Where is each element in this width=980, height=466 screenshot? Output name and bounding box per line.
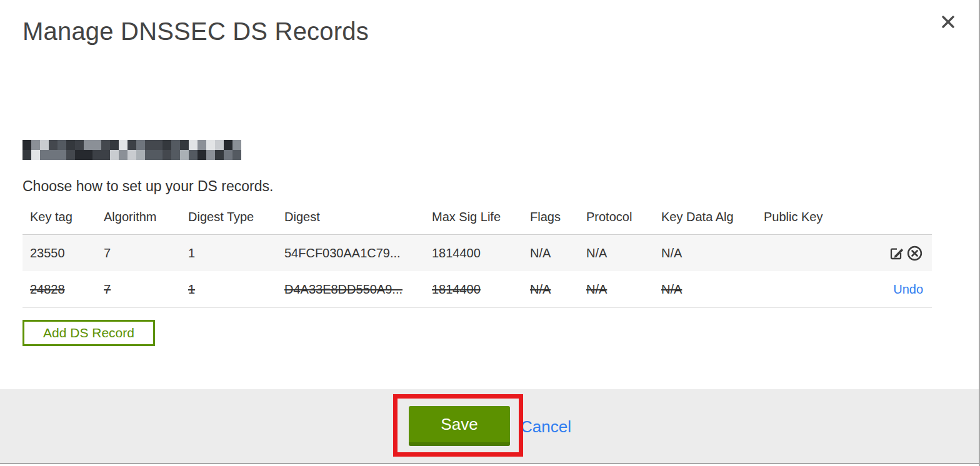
cell-key-data-alg: N/A xyxy=(654,246,756,260)
ds-records-table: Key tag Algorithm Digest Type Digest Max… xyxy=(22,206,932,308)
table-row-deleted: 24828 7 1 D4A33E8DD550A9... 1814400 N/A … xyxy=(22,271,932,308)
cell-max-sig-life: 1814400 xyxy=(424,246,522,260)
cell-key-data-alg: N/A xyxy=(654,282,756,297)
save-button[interactable]: Save xyxy=(409,406,510,446)
header-protocol: Protocol xyxy=(579,210,654,224)
header-algorithm: Algorithm xyxy=(96,210,181,224)
header-digest-type: Digest Type xyxy=(181,210,277,224)
delete-record-icon[interactable] xyxy=(906,245,923,262)
intro-text: Choose how to set up your DS records. xyxy=(22,178,273,195)
undo-link[interactable]: Undo xyxy=(893,282,923,296)
cell-digest-type: 1 xyxy=(181,246,277,260)
table-row: 23550 7 1 54FCF030AA1C79... 1814400 N/A … xyxy=(22,234,932,271)
table-header-row: Key tag Algorithm Digest Type Digest Max… xyxy=(22,206,932,234)
header-flags: Flags xyxy=(522,210,579,224)
cell-key-tag: 24828 xyxy=(22,282,96,297)
row-actions: Undo xyxy=(874,282,932,297)
edit-record-icon[interactable] xyxy=(888,245,905,262)
cell-digest-type: 1 xyxy=(181,282,277,297)
cell-digest: 54FCF030AA1C79... xyxy=(277,246,424,260)
cell-key-tag: 23550 xyxy=(22,246,96,260)
header-max-sig-life: Max Sig Life xyxy=(424,210,522,224)
row-actions xyxy=(874,245,932,262)
close-icon xyxy=(940,14,956,32)
manage-dnssec-modal: Manage DNSSEC DS Records Choose how to s… xyxy=(0,0,980,466)
header-digest: Digest xyxy=(277,210,424,224)
cancel-link[interactable]: Cancel xyxy=(521,417,571,437)
close-button[interactable] xyxy=(939,14,958,32)
cell-protocol: N/A xyxy=(579,246,654,260)
cell-digest: D4A33E8DD550A9... xyxy=(277,282,424,297)
add-ds-record-button[interactable]: Add DS Record xyxy=(22,320,155,346)
cell-algorithm: 7 xyxy=(96,246,181,260)
cell-max-sig-life: 1814400 xyxy=(424,282,522,297)
header-public-key: Public Key xyxy=(756,210,874,224)
cell-algorithm: 7 xyxy=(96,282,181,297)
cell-flags: N/A xyxy=(522,282,579,297)
page-title: Manage DNSSEC DS Records xyxy=(22,17,369,46)
header-key-data-alg: Key Data Alg xyxy=(654,210,756,224)
cell-protocol: N/A xyxy=(579,282,654,297)
header-key-tag: Key tag xyxy=(22,210,96,224)
cell-flags: N/A xyxy=(522,246,579,260)
redacted-domain-name xyxy=(22,140,241,160)
header-actions xyxy=(874,210,932,224)
